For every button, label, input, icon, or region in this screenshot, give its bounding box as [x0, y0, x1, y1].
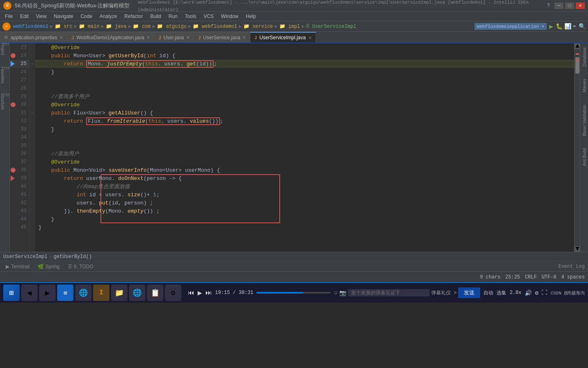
play-btn[interactable]: ▶ [198, 288, 202, 297]
tab-label: UserService.java [203, 35, 240, 40]
tab-close-userserviceimpl[interactable]: ✕ [308, 36, 312, 40]
label-maven[interactable]: Maven [582, 79, 587, 92]
menu-analyze[interactable]: Analyze [96, 13, 120, 20]
menu-file[interactable]: File [2, 13, 16, 20]
line-36: 36 [10, 150, 29, 158]
taskbar-ide[interactable]: I [93, 285, 109, 301]
nav-src[interactable]: 📁 src [55, 23, 73, 29]
taskbar-forward[interactable]: ▶ [39, 285, 56, 301]
next-btn[interactable]: ⏭ [205, 289, 212, 297]
sidebar-structure[interactable]: 3: Structure [1, 97, 9, 105]
run-config[interactable]: Webfluxdemo1Application ▾ [474, 23, 547, 30]
tab-close-app[interactable]: ✕ [147, 35, 150, 40]
taskbar-browser[interactable]: 🌐 [75, 285, 91, 301]
tab-terminal[interactable]: ▶ Terminal [3, 263, 32, 270]
scroll-track[interactable] [575, 49, 580, 246]
close-btn[interactable]: ✕ [576, 2, 585, 9]
settings-icon[interactable]: ⚙ [535, 289, 538, 296]
nav-java[interactable]: 📁 java [106, 23, 127, 29]
menu-edit[interactable]: Edit [17, 13, 32, 20]
code-line-36: //添加用户 [35, 150, 574, 158]
code-content[interactable]: @Override public Mono <User> getUserById… [35, 43, 574, 252]
bottom-toolbar: ▶ Terminal 🌿 Spring ☰ 6: TODO Event Log [0, 261, 588, 272]
nav-webfluxdemo1[interactable]: 📁 webfluxdemo1 [193, 23, 237, 29]
taskbar-settings[interactable]: ⚙ [165, 285, 181, 301]
danmaku-input[interactable] [348, 289, 430, 296]
taskbar-file-explorer[interactable]: 📁 [111, 285, 127, 301]
menu-refactor[interactable]: Refactor [121, 13, 146, 20]
send-button[interactable]: 发送 [458, 287, 480, 298]
code-line-28 [35, 84, 574, 92]
menu-help[interactable]: Help [243, 13, 259, 20]
scroll-down[interactable]: ▼ [575, 246, 580, 252]
menu-tools[interactable]: Tools [182, 13, 200, 20]
nav-file[interactable]: © UserServiceImpl [306, 24, 356, 29]
menu-view[interactable]: View [33, 13, 50, 20]
tab-user[interactable]: J User.java ✕ [154, 32, 194, 43]
nav-com[interactable]: 📁 com [133, 23, 151, 29]
profile-btn[interactable]: 📊 [564, 23, 571, 30]
nav-atguigu[interactable]: 📁 atguigu [157, 23, 187, 29]
code-line-38: public Mono < Void > saveUserInfo ( Mono… [35, 166, 574, 174]
fold-column: ○ ○ [29, 43, 35, 252]
maximize-btn[interactable]: □ [565, 2, 574, 9]
label-bean-validation[interactable]: Bean Validation [582, 105, 587, 136]
breakpoint-30[interactable] [11, 102, 16, 107]
fold-39 [29, 174, 35, 182]
nav-bar: U webfluxdemo1 ▶ 📁 src ▶ 📁 main ▶ 📁 java… [0, 21, 588, 32]
start-button[interactable]: ⊞ [3, 285, 20, 301]
prev-btn[interactable]: ⏮ [188, 289, 194, 297]
menu-navigate[interactable]: Navigate [51, 13, 76, 20]
taskbar-clipboard[interactable]: 📋 [147, 285, 163, 301]
spring-label: Spring [45, 264, 60, 269]
label-ant-build[interactable]: Ant Build [582, 148, 587, 166]
search-btn[interactable]: 🔍 [579, 23, 586, 30]
sidebar-favorites[interactable]: 2: Favorites [1, 71, 9, 79]
tab-close-user[interactable]: ✕ [186, 35, 189, 40]
minimize-btn[interactable]: ─ [555, 2, 564, 9]
scrollbar[interactable]: ▲ ▼ [574, 43, 580, 252]
menu-code[interactable]: Code [77, 13, 96, 20]
bc-getuserbyid[interactable]: getUserById() [53, 254, 92, 260]
speed-label[interactable]: 2.0x [510, 290, 521, 296]
tab-icon-props: ⚙ [4, 35, 8, 40]
sidebar-project[interactable]: 1: Project [1, 45, 9, 53]
line-26: 26 [10, 68, 29, 76]
scroll-up[interactable]: ▲ [575, 43, 580, 49]
menu-vcs[interactable]: VCS [200, 13, 217, 20]
tab-spring[interactable]: 🌿 Spring [35, 263, 62, 270]
tab-close-userservice[interactable]: ✕ [243, 35, 246, 40]
breakpoint-38[interactable] [11, 168, 16, 173]
subtitle-label[interactable]: 弹幕礼仪 > [431, 289, 457, 296]
event-log-btn[interactable]: Event Log [558, 264, 585, 269]
breakpoint-24[interactable] [11, 53, 16, 58]
volume-icon[interactable]: 🔊 [525, 289, 532, 296]
coverage-btn[interactable]: ☂ [573, 23, 576, 30]
video-progress-bar[interactable] [256, 292, 331, 294]
tab-todo[interactable]: ☰ 6: TODO [65, 263, 96, 270]
tab-icon-java2: J [158, 35, 161, 40]
menu-build[interactable]: Build [147, 13, 165, 20]
select-label[interactable]: 选集 [497, 289, 506, 296]
auto-label[interactable]: 自动 [483, 289, 493, 296]
taskbar-windows-btn[interactable]: ⊞ [57, 285, 74, 301]
nav-main[interactable]: 📁 main [79, 23, 100, 29]
taskbar-back[interactable]: ◀ [21, 285, 38, 301]
tab-webfluxdemo1app[interactable]: J WebfluxDemo1Application.java ✕ [67, 32, 154, 43]
nav-service[interactable]: 📁 service [243, 23, 273, 29]
nav-project[interactable]: webfluxdemo1 [13, 24, 48, 29]
menu-window[interactable]: Window [218, 13, 242, 20]
taskbar-chrome[interactable]: 🌐 [129, 285, 145, 301]
tab-close-props[interactable]: ✕ [60, 35, 63, 40]
tab-application-properties[interactable]: ⚙ application.properties ✕ [0, 32, 67, 43]
run-btn[interactable]: ▶ [549, 22, 553, 31]
tab-userserviceimpl[interactable]: J UserServiceImpl.java ✕ [250, 32, 316, 43]
debug-btn[interactable]: 🐛 [556, 23, 563, 30]
help-btn[interactable]: ? [544, 2, 553, 9]
menu-run[interactable]: Run [165, 13, 181, 20]
tab-userservice[interactable]: J UserService.java ✕ [194, 32, 250, 43]
fullscreen-icon[interactable]: ⛶ [541, 289, 547, 296]
bc-userserviceimpl[interactable]: UserServiceImpl [3, 254, 47, 260]
nav-impl[interactable]: 📁 impl [279, 23, 300, 29]
label-database[interactable]: Database [582, 47, 587, 67]
